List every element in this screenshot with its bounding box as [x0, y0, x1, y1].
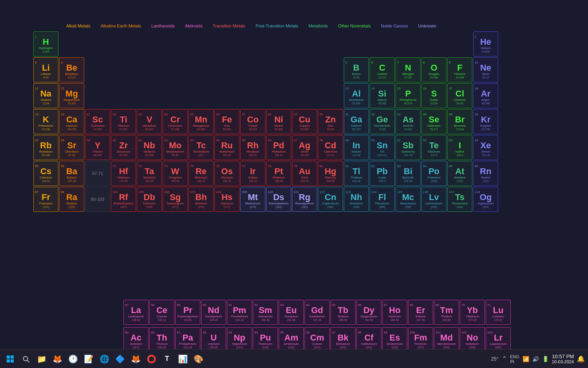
app-icon[interactable]: 🎨	[191, 352, 205, 366]
element-ar[interactable]: 18ArArgon39.948	[473, 83, 498, 108]
element-sr[interactable]: 38SrStrontium87.62	[59, 135, 84, 160]
element-h[interactable]: 1HHydrogen1.008	[33, 31, 58, 56]
element-ce[interactable]: 58CeCerium140.12	[149, 300, 174, 325]
element-zn[interactable]: 30ZnZinc65.38	[318, 109, 343, 134]
legend-noble[interactable]: Noble Gasses	[379, 23, 410, 29]
element-mt[interactable]: 109MtMeitnerium(278)	[240, 187, 265, 212]
element-ni[interactable]: 28NiNickel58.693	[266, 109, 291, 134]
start-button[interactable]	[3, 352, 17, 366]
element-nd[interactable]: 60NdNeodymium144.24	[201, 300, 226, 325]
element-ne[interactable]: 10NeNeon20.18	[473, 57, 498, 82]
element-er[interactable]: 68ErErbium167.26	[408, 300, 433, 325]
element-mn[interactable]: 25MnManganese54.938	[189, 109, 214, 134]
element-ta[interactable]: 73TaTantalum180.95	[137, 161, 162, 186]
notes-icon[interactable]: 📝	[82, 352, 96, 366]
element-ru[interactable]: 44RuRuthenium101.07	[214, 135, 240, 160]
element-tb[interactable]: 65TbTerbium158.93	[330, 300, 356, 325]
element-i[interactable]: 53IIodine126.9	[447, 135, 472, 160]
element-n[interactable]: 7NNitrogen14.007	[396, 57, 421, 82]
element-lr[interactable]: 103LrLawrencium(266)	[486, 327, 511, 352]
legend-aktinoids[interactable]: Aktinoids	[183, 23, 204, 29]
chrome-icon[interactable]: 🌐	[97, 352, 111, 366]
element-cn[interactable]: 112CnCopernicum(285)	[318, 187, 343, 212]
element-yb[interactable]: 70YbYtterbium173.05	[460, 300, 485, 325]
element-rg[interactable]: 111RgRoentgenium(282)	[292, 187, 317, 212]
element-f[interactable]: 9FFlourine18.998	[447, 57, 472, 82]
element-mo[interactable]: 42MoMolybdenum95.95	[163, 135, 188, 160]
element-fr[interactable]: 87FrFrancium(223)	[33, 187, 58, 212]
legend-unknown[interactable]: Unknown	[417, 23, 438, 29]
element-v[interactable]: 23VVanadium50.942	[137, 109, 162, 134]
opera-icon[interactable]: ⭕	[144, 352, 158, 366]
element-db[interactable]: 105DbDubnium(268)	[137, 187, 162, 212]
element-cr[interactable]: 24CrChromium51.996	[163, 109, 188, 134]
element-zr[interactable]: 40ZrZirconium91.224	[111, 135, 136, 160]
element-lv[interactable]: 116LvLivermorium(293)	[421, 187, 446, 212]
element-ge[interactable]: 32GeGermanium72.63	[370, 109, 395, 134]
element-cd[interactable]: 48CdCadmium112.41	[318, 135, 343, 160]
browser-icon[interactable]: 🦊	[50, 352, 64, 366]
taskbar-time[interactable]: 10:57 PM 10-03-2024	[552, 353, 574, 364]
element-sm[interactable]: 62SmSamarium150.36	[253, 300, 278, 325]
element-ac[interactable]: 89AcActinium(227)	[123, 327, 149, 352]
legend-alkali[interactable]: Alkali Metals	[65, 23, 92, 29]
element-rb[interactable]: 37RbRubidium85.468	[33, 135, 58, 160]
system-tray[interactable]: ⌃	[502, 355, 507, 363]
element-co[interactable]: 27CoCobalt58.933	[240, 109, 265, 134]
element-ga[interactable]: 31GaGallium69.723	[344, 109, 369, 134]
element-ba[interactable]: 56BaBarium137.33	[59, 161, 84, 186]
element-og[interactable]: 118OgOganesson(294)	[473, 187, 498, 212]
element-ca[interactable]: 20CaCalcium40.078	[59, 109, 84, 134]
element-s[interactable]: 16SSulfur32.06	[421, 83, 446, 108]
element-tc[interactable]: 43TcTechnetium(97)	[189, 135, 214, 160]
element-sb[interactable]: 51SbAntimony121.76	[396, 135, 421, 160]
element-fl[interactable]: 114FlFlerovium(289)	[370, 187, 395, 212]
element-u[interactable]: 92UUranium238.03	[201, 327, 226, 352]
element-sg[interactable]: 106SgSeaborgium(271)	[163, 187, 188, 212]
element-dy[interactable]: 66DyDysprosium162.50	[356, 300, 381, 325]
element-rn[interactable]: 86RnRadon(222)	[473, 161, 498, 186]
element-rf[interactable]: 104RfRutherfordium(267)	[111, 187, 136, 212]
element-au[interactable]: 79AuGold196.97	[292, 161, 317, 186]
element-hs[interactable]: 108HsHassium(277)	[214, 187, 240, 212]
element-es[interactable]: 99EsEinsteinium(252)	[382, 327, 407, 352]
element-po[interactable]: 84PoPolonium(209)	[421, 161, 446, 186]
element-np[interactable]: 93NpNeptunium(237)	[227, 327, 252, 352]
element-lu[interactable]: 71LuLutetium174.97	[486, 300, 511, 325]
legend-transition[interactable]: Transition Metals	[211, 23, 247, 29]
element-sc[interactable]: 21ScScandium44.956	[85, 109, 110, 134]
element-cs[interactable]: 55CsCaesium132.91	[33, 161, 58, 186]
element-pr[interactable]: 59PrPraseodymium140.61	[175, 300, 200, 325]
element-bi[interactable]: 83BiBismuth208.98	[396, 161, 421, 186]
element-nh[interactable]: 113NhNihonium(286)	[344, 187, 369, 212]
element-fm[interactable]: 100FmFermium(257)	[408, 327, 433, 352]
element-tl[interactable]: 81TlThallium204.38	[344, 161, 369, 186]
element-pd[interactable]: 46PdPalladium106.42	[266, 135, 291, 160]
element-b[interactable]: 5BBoron10.81	[344, 57, 369, 82]
element-pt[interactable]: 78PtPlatinum195.08	[266, 161, 291, 186]
legend-metalloids[interactable]: Metalloids	[307, 23, 330, 29]
element-xe[interactable]: 54XeXenon131.29	[473, 135, 498, 160]
element-y[interactable]: 39YYttrium88.906	[85, 135, 110, 160]
clock-icon[interactable]: 🕐	[66, 352, 80, 366]
element-mg[interactable]: 12MgMagnesium24.305	[59, 83, 84, 108]
element-eu[interactable]: 63EuEuropium151.96	[279, 300, 304, 325]
element-c[interactable]: 6CCarbon12.011	[370, 57, 395, 82]
element-pm[interactable]: 61PmPromethium144.24	[227, 300, 252, 325]
element-kr[interactable]: 36KrKrypton83.798	[473, 109, 498, 134]
firefox-icon[interactable]: 🦊	[129, 352, 143, 366]
element-th[interactable]: 90ThThorium232.04	[149, 327, 174, 352]
element-sn[interactable]: 50SnTin118.711	[370, 135, 395, 160]
element-o[interactable]: 8OOxygen15.990	[421, 57, 446, 82]
element-ra[interactable]: 88RaRadium(226)	[59, 187, 84, 212]
element-in[interactable]: 49InIndium114.82	[344, 135, 369, 160]
element-pb[interactable]: 82PbLead207.2	[370, 161, 395, 186]
element-bh[interactable]: 107BhBohrium(270)	[189, 187, 214, 212]
element-at[interactable]: 85AtAstatine(210)	[447, 161, 472, 186]
element-te[interactable]: 52TeTellurium127.6	[421, 135, 446, 160]
element-nb[interactable]: 41NbNiobium92.906	[137, 135, 162, 160]
element-ir[interactable]: 77IrIridium192.22	[240, 161, 265, 186]
element-bk[interactable]: 97BkBerkelium(247)	[330, 327, 356, 352]
element-md[interactable]: 101MdMendelevium(258)	[434, 327, 459, 352]
element-si[interactable]: 14SiSilicon28.085	[370, 83, 395, 108]
